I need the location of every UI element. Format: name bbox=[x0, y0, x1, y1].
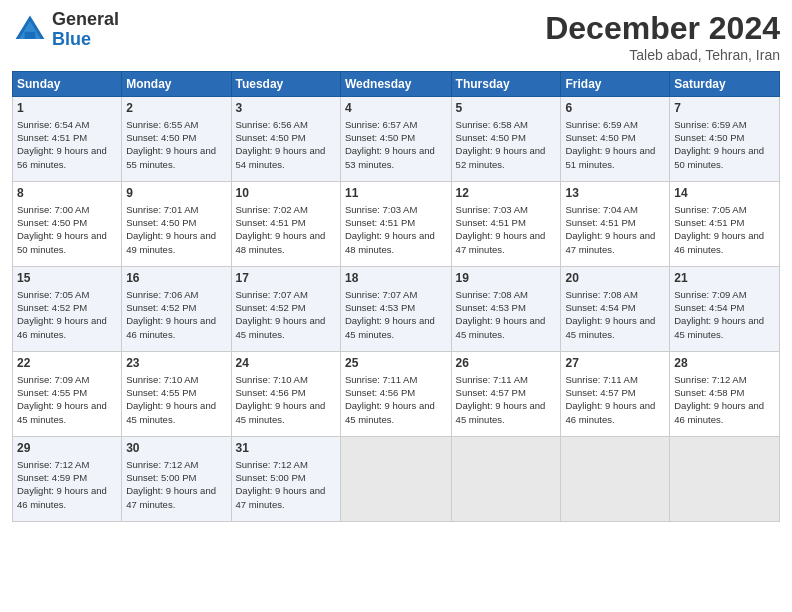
sunrise-text: Sunrise: 6:59 AM bbox=[674, 119, 746, 130]
calendar-cell: 26Sunrise: 7:11 AMSunset: 4:57 PMDayligh… bbox=[451, 352, 561, 437]
daylight-text: Daylight: 9 hours and 46 minutes. bbox=[17, 485, 107, 509]
sunrise-text: Sunrise: 6:57 AM bbox=[345, 119, 417, 130]
day-number: 29 bbox=[17, 440, 117, 457]
sunrise-text: Sunrise: 7:12 AM bbox=[236, 459, 308, 470]
day-number: 22 bbox=[17, 355, 117, 372]
daylight-text: Daylight: 9 hours and 49 minutes. bbox=[126, 230, 216, 254]
sunset-text: Sunset: 4:51 PM bbox=[565, 217, 635, 228]
sunrise-text: Sunrise: 7:07 AM bbox=[345, 289, 417, 300]
day-number: 1 bbox=[17, 100, 117, 117]
sunrise-text: Sunrise: 6:55 AM bbox=[126, 119, 198, 130]
sunset-text: Sunset: 4:51 PM bbox=[674, 217, 744, 228]
daylight-text: Daylight: 9 hours and 50 minutes. bbox=[674, 145, 764, 169]
day-header-tuesday: Tuesday bbox=[231, 72, 340, 97]
day-number: 5 bbox=[456, 100, 557, 117]
sunrise-text: Sunrise: 7:02 AM bbox=[236, 204, 308, 215]
sunset-text: Sunset: 4:50 PM bbox=[17, 217, 87, 228]
sunset-text: Sunset: 4:55 PM bbox=[17, 387, 87, 398]
sunrise-text: Sunrise: 7:09 AM bbox=[17, 374, 89, 385]
sunset-text: Sunset: 4:51 PM bbox=[236, 217, 306, 228]
sunset-text: Sunset: 4:57 PM bbox=[565, 387, 635, 398]
calendar-cell: 23Sunrise: 7:10 AMSunset: 4:55 PMDayligh… bbox=[122, 352, 231, 437]
svg-rect-2 bbox=[25, 32, 36, 39]
calendar-cell: 25Sunrise: 7:11 AMSunset: 4:56 PMDayligh… bbox=[340, 352, 451, 437]
sunset-text: Sunset: 4:54 PM bbox=[674, 302, 744, 313]
sunset-text: Sunset: 4:50 PM bbox=[126, 132, 196, 143]
day-header-friday: Friday bbox=[561, 72, 670, 97]
day-number: 18 bbox=[345, 270, 447, 287]
daylight-text: Daylight: 9 hours and 45 minutes. bbox=[236, 315, 326, 339]
day-number: 20 bbox=[565, 270, 665, 287]
sunrise-text: Sunrise: 7:03 AM bbox=[456, 204, 528, 215]
day-number: 10 bbox=[236, 185, 336, 202]
week-row-3: 15Sunrise: 7:05 AMSunset: 4:52 PMDayligh… bbox=[13, 267, 780, 352]
calendar-cell: 22Sunrise: 7:09 AMSunset: 4:55 PMDayligh… bbox=[13, 352, 122, 437]
calendar-cell: 12Sunrise: 7:03 AMSunset: 4:51 PMDayligh… bbox=[451, 182, 561, 267]
calendar-cell: 29Sunrise: 7:12 AMSunset: 4:59 PMDayligh… bbox=[13, 437, 122, 522]
calendar-cell: 2Sunrise: 6:55 AMSunset: 4:50 PMDaylight… bbox=[122, 97, 231, 182]
title-block: December 2024 Taleb abad, Tehran, Iran bbox=[545, 10, 780, 63]
calendar-cell: 28Sunrise: 7:12 AMSunset: 4:58 PMDayligh… bbox=[670, 352, 780, 437]
sunset-text: Sunset: 4:52 PM bbox=[236, 302, 306, 313]
day-number: 8 bbox=[17, 185, 117, 202]
sunrise-text: Sunrise: 6:58 AM bbox=[456, 119, 528, 130]
day-number: 7 bbox=[674, 100, 775, 117]
calendar-cell: 20Sunrise: 7:08 AMSunset: 4:54 PMDayligh… bbox=[561, 267, 670, 352]
sunset-text: Sunset: 4:50 PM bbox=[456, 132, 526, 143]
day-number: 14 bbox=[674, 185, 775, 202]
daylight-text: Daylight: 9 hours and 47 minutes. bbox=[126, 485, 216, 509]
sunset-text: Sunset: 4:51 PM bbox=[17, 132, 87, 143]
day-number: 24 bbox=[236, 355, 336, 372]
calendar-cell: 4Sunrise: 6:57 AMSunset: 4:50 PMDaylight… bbox=[340, 97, 451, 182]
daylight-text: Daylight: 9 hours and 45 minutes. bbox=[674, 315, 764, 339]
day-number: 4 bbox=[345, 100, 447, 117]
daylight-text: Daylight: 9 hours and 47 minutes. bbox=[236, 485, 326, 509]
sunrise-text: Sunrise: 7:12 AM bbox=[674, 374, 746, 385]
day-number: 3 bbox=[236, 100, 336, 117]
sunset-text: Sunset: 4:50 PM bbox=[126, 217, 196, 228]
calendar-cell: 13Sunrise: 7:04 AMSunset: 4:51 PMDayligh… bbox=[561, 182, 670, 267]
header-row: SundayMondayTuesdayWednesdayThursdayFrid… bbox=[13, 72, 780, 97]
sunset-text: Sunset: 5:00 PM bbox=[126, 472, 196, 483]
calendar-table: SundayMondayTuesdayWednesdayThursdayFrid… bbox=[12, 71, 780, 522]
day-number: 19 bbox=[456, 270, 557, 287]
day-number: 11 bbox=[345, 185, 447, 202]
logo-line2: Blue bbox=[52, 30, 119, 50]
sunset-text: Sunset: 4:50 PM bbox=[236, 132, 306, 143]
calendar-cell: 7Sunrise: 6:59 AMSunset: 4:50 PMDaylight… bbox=[670, 97, 780, 182]
calendar-cell: 15Sunrise: 7:05 AMSunset: 4:52 PMDayligh… bbox=[13, 267, 122, 352]
calendar-cell: 16Sunrise: 7:06 AMSunset: 4:52 PMDayligh… bbox=[122, 267, 231, 352]
daylight-text: Daylight: 9 hours and 46 minutes. bbox=[565, 400, 655, 424]
week-row-5: 29Sunrise: 7:12 AMSunset: 4:59 PMDayligh… bbox=[13, 437, 780, 522]
calendar-cell: 6Sunrise: 6:59 AMSunset: 4:50 PMDaylight… bbox=[561, 97, 670, 182]
calendar-cell: 17Sunrise: 7:07 AMSunset: 4:52 PMDayligh… bbox=[231, 267, 340, 352]
daylight-text: Daylight: 9 hours and 46 minutes. bbox=[17, 315, 107, 339]
day-number: 21 bbox=[674, 270, 775, 287]
daylight-text: Daylight: 9 hours and 45 minutes. bbox=[17, 400, 107, 424]
calendar-cell bbox=[451, 437, 561, 522]
sunrise-text: Sunrise: 7:11 AM bbox=[565, 374, 637, 385]
daylight-text: Daylight: 9 hours and 50 minutes. bbox=[17, 230, 107, 254]
day-header-thursday: Thursday bbox=[451, 72, 561, 97]
calendar-cell: 1Sunrise: 6:54 AMSunset: 4:51 PMDaylight… bbox=[13, 97, 122, 182]
daylight-text: Daylight: 9 hours and 55 minutes. bbox=[126, 145, 216, 169]
day-number: 2 bbox=[126, 100, 226, 117]
header: General Blue December 2024 Taleb abad, T… bbox=[12, 10, 780, 63]
calendar-cell: 9Sunrise: 7:01 AMSunset: 4:50 PMDaylight… bbox=[122, 182, 231, 267]
week-row-1: 1Sunrise: 6:54 AMSunset: 4:51 PMDaylight… bbox=[13, 97, 780, 182]
sunset-text: Sunset: 4:51 PM bbox=[456, 217, 526, 228]
day-number: 25 bbox=[345, 355, 447, 372]
logo-line1: General bbox=[52, 10, 119, 30]
calendar-cell bbox=[340, 437, 451, 522]
sunrise-text: Sunrise: 7:10 AM bbox=[236, 374, 308, 385]
sunrise-text: Sunrise: 6:56 AM bbox=[236, 119, 308, 130]
calendar-container: General Blue December 2024 Taleb abad, T… bbox=[0, 0, 792, 532]
calendar-subtitle: Taleb abad, Tehran, Iran bbox=[545, 47, 780, 63]
daylight-text: Daylight: 9 hours and 48 minutes. bbox=[236, 230, 326, 254]
daylight-text: Daylight: 9 hours and 46 minutes. bbox=[674, 230, 764, 254]
daylight-text: Daylight: 9 hours and 45 minutes. bbox=[236, 400, 326, 424]
sunrise-text: Sunrise: 6:59 AM bbox=[565, 119, 637, 130]
sunrise-text: Sunrise: 7:08 AM bbox=[565, 289, 637, 300]
daylight-text: Daylight: 9 hours and 47 minutes. bbox=[565, 230, 655, 254]
sunrise-text: Sunrise: 7:08 AM bbox=[456, 289, 528, 300]
